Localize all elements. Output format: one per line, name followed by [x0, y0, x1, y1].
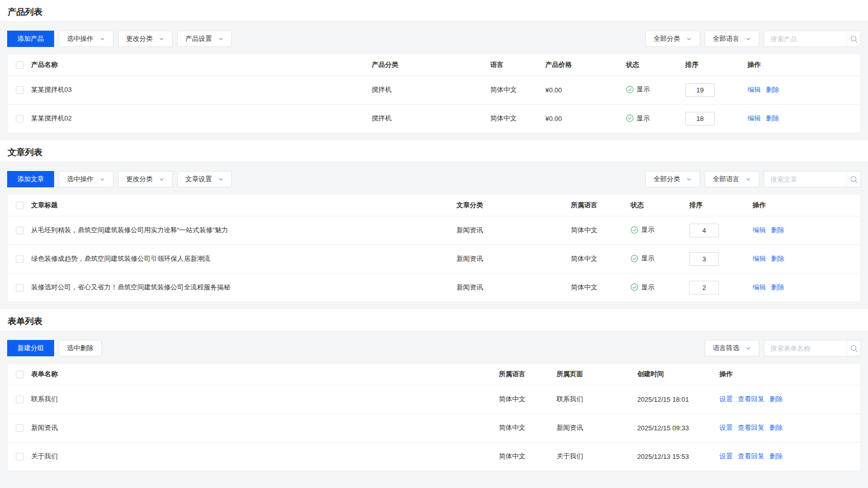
table-row: 新闻资讯 简体中文 新闻资讯 2025/12/15 09:33 设置查看回复删除 [8, 413, 860, 442]
chevron-down-icon [218, 177, 224, 182]
change-category-dropdown[interactable]: 更改分类 [118, 171, 173, 187]
form-page: 联系我们 [551, 385, 632, 413]
selected-actions-dropdown[interactable]: 选中操作 [59, 31, 113, 47]
settings-link[interactable]: 设置 [719, 424, 733, 431]
articles-header-row: 文章标题 文章分类 所属语言 状态 排序 操作 [8, 194, 860, 216]
chevron-down-icon [159, 177, 164, 182]
view-replies-link[interactable]: 查看回复 [738, 424, 764, 431]
column-header: 状态 [621, 54, 680, 76]
chevron-down-icon [745, 36, 751, 42]
articles-toolbar-right: 全部分类 全部语言 [645, 171, 861, 187]
status-badge: 显示 [626, 85, 650, 94]
delete-link[interactable]: 删除 [766, 114, 779, 122]
column-header: 产品价格 [540, 54, 621, 76]
sort-input[interactable] [685, 112, 715, 126]
articles-toolbar-left: 添加文章 选中操作 更改分类 文章设置 [7, 171, 232, 187]
change-category-dropdown[interactable]: 更改分类 [118, 31, 173, 47]
chevron-down-icon [159, 36, 164, 42]
product-search-box [764, 31, 861, 47]
row-checkbox[interactable] [16, 424, 23, 432]
delete-link[interactable]: 删除 [769, 452, 783, 460]
view-replies-link[interactable]: 查看回复 [738, 395, 764, 403]
edit-link[interactable]: 编辑 [753, 226, 766, 234]
form-name: 新闻资讯 [30, 413, 494, 442]
row-checkbox[interactable] [16, 115, 23, 123]
table-row: 某某搅拌机02 搅拌机 简体中文 ¥0.00 显示 编辑删除 [8, 104, 860, 133]
edit-link[interactable]: 编辑 [748, 114, 761, 122]
select-all-checkbox[interactable] [16, 61, 23, 69]
delete-link[interactable]: 删除 [771, 226, 784, 234]
form-language: 简体中文 [494, 413, 551, 442]
products-toolbar: 添加产品 选中操作 更改分类 产品设置 全部分类 全部语言 [0, 22, 868, 54]
forms-toolbar-left: 新建分组 选中删除 [7, 340, 102, 356]
status-text: 显示 [641, 283, 655, 292]
dropdown-label: 语言筛选 [713, 344, 739, 353]
delete-link[interactable]: 删除 [766, 86, 779, 93]
language-filter-dropdown[interactable]: 全部语言 [705, 171, 759, 187]
search-icon[interactable] [847, 340, 860, 356]
view-replies-link[interactable]: 查看回复 [738, 452, 764, 460]
add-product-button[interactable]: 添加产品 [7, 31, 54, 47]
column-header: 语言 [485, 54, 540, 76]
row-checkbox[interactable] [16, 284, 23, 291]
products-page-title: 产品列表 [8, 6, 860, 18]
article-category: 新闻资讯 [451, 216, 566, 245]
products-title-bar: 产品列表 [0, 0, 868, 22]
product-language: 简体中文 [485, 76, 540, 104]
dropdown-label: 文章设置 [185, 175, 212, 184]
sort-input[interactable] [689, 224, 719, 237]
forms-page-title: 表单列表 [8, 315, 860, 327]
row-checkbox[interactable] [16, 453, 23, 460]
settings-link[interactable]: 设置 [719, 395, 733, 403]
edit-link[interactable]: 编辑 [753, 283, 766, 291]
article-search-input[interactable] [764, 172, 847, 187]
form-search-input[interactable] [764, 340, 847, 356]
selected-actions-dropdown[interactable]: 选中操作 [59, 171, 113, 187]
product-category: 搅拌机 [367, 104, 485, 133]
new-group-button[interactable]: 新建分组 [7, 340, 54, 356]
chevron-down-icon [100, 36, 105, 42]
products-toolbar-left: 添加产品 选中操作 更改分类 产品设置 [7, 31, 232, 47]
column-header: 排序 [684, 194, 748, 216]
category-filter-dropdown[interactable]: 全部分类 [645, 171, 700, 187]
row-checkbox[interactable] [16, 227, 23, 234]
select-all-checkbox[interactable] [16, 202, 23, 209]
select-all-checkbox[interactable] [16, 371, 23, 378]
delete-link[interactable]: 删除 [769, 395, 783, 403]
language-filter-dropdown[interactable]: 全部语言 [705, 31, 759, 47]
chevron-down-icon [686, 177, 692, 182]
settings-link[interactable]: 设置 [719, 452, 733, 460]
search-icon[interactable] [847, 31, 860, 46]
sort-input[interactable] [689, 252, 719, 266]
forms-title-bar: 表单列表 [0, 309, 868, 331]
delete-selected-button[interactable]: 选中删除 [59, 340, 102, 356]
search-icon[interactable] [847, 172, 860, 187]
form-page: 关于我们 [551, 442, 632, 471]
column-header: 产品名称 [30, 54, 367, 76]
row-checkbox[interactable] [16, 86, 23, 94]
articles-title-bar: 文章列表 [0, 140, 868, 162]
products-toolbar-right: 全部分类 全部语言 [645, 31, 861, 47]
category-filter-dropdown[interactable]: 全部分类 [645, 31, 700, 47]
sort-input[interactable] [685, 83, 715, 97]
article-settings-dropdown[interactable]: 文章设置 [177, 171, 232, 187]
product-search-input[interactable] [764, 31, 847, 46]
row-checkbox[interactable] [16, 396, 23, 403]
form-language: 简体中文 [494, 442, 551, 471]
article-title: 绿色装修成趋势，鼎筑空间建筑装修公司引领环保人居新潮流 [30, 245, 451, 273]
add-article-button[interactable]: 添加文章 [7, 171, 54, 187]
delete-link[interactable]: 删除 [771, 255, 784, 262]
form-created-time: 2025/12/15 09:33 [632, 413, 714, 442]
delete-link[interactable]: 删除 [771, 283, 784, 291]
forms-toolbar: 新建分组 选中删除 语言筛选 [0, 331, 868, 363]
edit-link[interactable]: 编辑 [748, 86, 761, 93]
circle-check-icon [631, 226, 638, 234]
sort-input[interactable] [689, 281, 719, 295]
product-settings-dropdown[interactable]: 产品设置 [177, 31, 232, 47]
row-checkbox[interactable] [16, 255, 23, 263]
column-header: 状态 [625, 194, 684, 216]
language-filter-dropdown[interactable]: 语言筛选 [705, 340, 759, 356]
delete-link[interactable]: 删除 [769, 424, 783, 431]
edit-link[interactable]: 编辑 [753, 255, 766, 262]
form-created-time: 2025/12/15 18:01 [632, 385, 714, 413]
